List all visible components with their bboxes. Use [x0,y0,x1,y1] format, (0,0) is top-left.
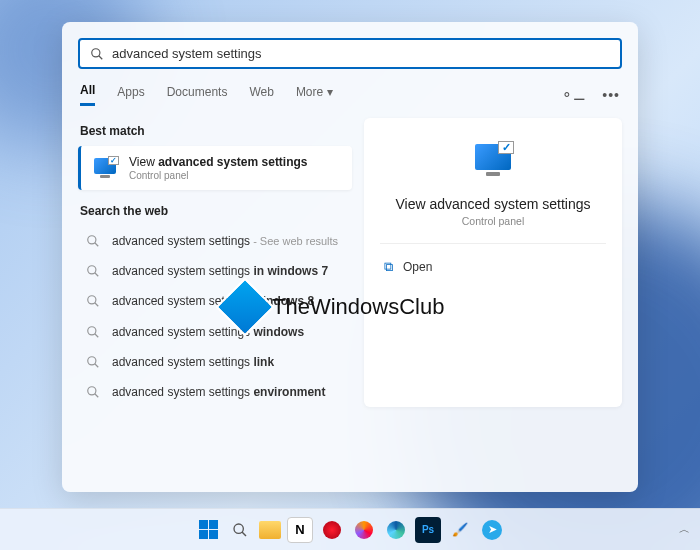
web-result[interactable]: advanced system settings in windows 7 [78,256,352,286]
svg-line-15 [242,532,246,536]
search-panel: All Apps Documents Web More▾ ⚬⚊ ••• Best… [62,22,638,492]
web-result[interactable]: advanced system settings environment [78,377,352,407]
preview-pane: ✓ View advanced system settings Control … [364,118,622,407]
svg-point-4 [88,266,96,274]
watermark: TheWindowsClub [224,286,444,328]
preview-subtitle: Control panel [462,215,524,227]
search-icon [86,385,100,399]
taskbar-telegram-icon[interactable]: ➤ [479,517,505,543]
taskbar-firefox-icon[interactable] [351,517,377,543]
svg-line-3 [95,243,99,247]
taskbar: N Ps 🖌️ ➤ ︿ [0,508,700,550]
svg-point-10 [88,357,96,365]
taskbar-chevron-up-icon[interactable]: ︿ [679,522,690,537]
taskbar-edge-icon[interactable] [383,517,409,543]
taskbar-search-button[interactable] [227,517,253,543]
best-match-result[interactable]: ✓ View advanced system settings Control … [78,146,352,190]
tab-web[interactable]: Web [249,85,273,105]
svg-line-9 [95,333,99,337]
watermark-logo-icon [215,277,274,336]
preview-icon: ✓ [471,138,515,182]
svg-point-2 [88,236,96,244]
svg-line-11 [95,364,99,368]
svg-line-1 [99,55,103,59]
taskbar-photoshop-icon[interactable]: Ps [415,517,441,543]
svg-point-0 [92,48,100,56]
svg-point-14 [234,524,243,533]
svg-point-6 [88,296,96,304]
tab-more[interactable]: More▾ [296,85,333,105]
web-result[interactable]: advanced system settings link [78,347,352,377]
system-settings-icon: ✓ [91,154,119,182]
tab-apps[interactable]: Apps [117,85,144,105]
result-title: View advanced system settings [129,155,308,169]
search-icon [86,264,100,278]
svg-line-5 [95,273,99,277]
taskbar-opera-icon[interactable] [319,517,345,543]
preview-title: View advanced system settings [395,196,590,212]
filter-tabs: All Apps Documents Web More▾ ⚬⚊ ••• [78,83,622,106]
search-icon [86,325,100,339]
svg-line-13 [95,394,99,398]
search-icon [86,294,100,308]
web-result[interactable]: advanced system settings - See web resul… [78,226,352,256]
svg-line-7 [95,303,99,307]
chevron-down-icon: ▾ [327,85,333,99]
search-icon [90,47,104,61]
taskbar-explorer-icon[interactable] [259,521,281,539]
search-box[interactable] [78,38,622,69]
tab-all[interactable]: All [80,83,95,106]
search-web-heading: Search the web [80,204,352,218]
result-subtitle: Control panel [129,170,308,181]
more-options-icon[interactable]: ••• [602,87,620,103]
tab-documents[interactable]: Documents [167,85,228,105]
taskbar-start-button[interactable] [195,517,221,543]
taskbar-notion-icon[interactable]: N [287,517,313,543]
search-input[interactable] [112,46,610,61]
best-match-heading: Best match [80,124,352,138]
open-action[interactable]: ⧉ Open [380,254,606,280]
results-column: Best match ✓ View advanced system settin… [78,118,352,407]
svg-point-12 [88,387,96,395]
taskbar-paint-icon[interactable]: 🖌️ [447,517,473,543]
recent-apps-icon[interactable]: ⚬⚊ [561,87,586,103]
search-icon [86,234,100,248]
search-icon [86,355,100,369]
svg-point-8 [88,326,96,334]
open-icon: ⧉ [384,259,393,275]
